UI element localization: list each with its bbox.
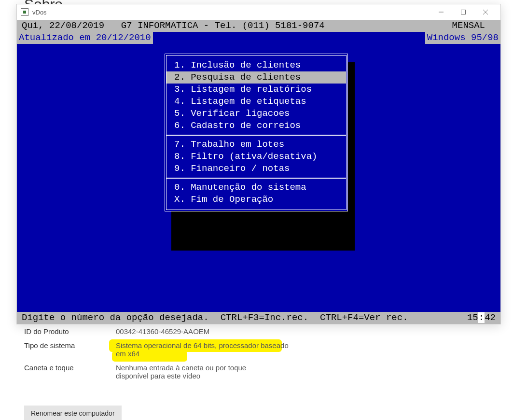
maximize-button[interactable] <box>452 5 474 19</box>
vdos-window: vDos Qui, 22/08/2019 G7 INFORMATICA - Te… <box>16 4 501 324</box>
sysinfo-row-system-type: Tipo de sistema Sistema operacional de 6… <box>24 341 362 358</box>
window-controls <box>430 5 497 19</box>
dos-updated: Atualizado em 20/12/2010 <box>17 32 153 44</box>
sysinfo-row-pen-touch: Caneta e toque Nenhuma entrada à caneta … <box>24 364 362 380</box>
dos-company: G7 INFORMATICA - Tel. (011) 5181-9074 <box>121 20 442 32</box>
sysinfo-value: Nenhuma entrada à caneta ou por toque di… <box>116 364 280 380</box>
sysinfo-value: 00342-41360-46529-AAOEM <box>116 327 362 336</box>
menu-item-6[interactable]: 6. Cadastro de correios <box>166 120 346 132</box>
menu-item-3[interactable]: 3. Listagem de relatórios <box>166 84 346 96</box>
sysinfo-value-highlighted: Sistema operacional de 64 bits, processa… <box>116 341 290 358</box>
time-colon: : <box>478 312 485 323</box>
system-info: ID do Produto 00342-41360-46529-AAOEM Ti… <box>24 327 362 386</box>
titlebar[interactable]: vDos <box>17 4 500 20</box>
dos-prompt: Digite o número da opção desejada. <box>22 312 209 324</box>
window-title: vDos <box>32 9 430 16</box>
sysinfo-label: Tipo de sistema <box>24 341 116 350</box>
dos-help-f4: CTRL+F4=Ver rec. <box>308 312 408 324</box>
dos-time-m: 42 <box>485 312 496 323</box>
rename-computer-button[interactable]: Renomear este computador <box>24 406 122 420</box>
sysinfo-label: Caneta e toque <box>24 364 116 372</box>
menu-item-X[interactable]: X. Fim de Operação <box>166 194 346 206</box>
dos-topbar-sep <box>104 20 121 32</box>
menu-item-2[interactable]: 2. Pesquisa de clientes <box>166 71 346 84</box>
menu-item-0[interactable]: 0. Manutenção do sistema <box>166 182 346 194</box>
dos-mode: MENSAL <box>442 20 496 32</box>
sysinfo-label: ID do Produto <box>24 327 116 336</box>
sysinfo-row-product-id: ID do Produto 00342-41360-46529-AAOEM <box>24 327 362 336</box>
dos-help-f3: CTRL+F3=Inc.rec. <box>209 312 308 324</box>
dos-topbar: Qui, 22/08/2019 G7 INFORMATICA - Tel. (0… <box>17 20 500 32</box>
menu-item-5[interactable]: 5. Verificar ligacoes <box>166 108 346 120</box>
dos-secondrow: Atualizado em 20/12/2010 Windows 95/98 <box>17 32 500 44</box>
dos-time-h: 15 <box>467 312 478 323</box>
close-button[interactable] <box>474 5 497 19</box>
menu-item-8[interactable]: 8. Filtro (ativa/desativa) <box>166 151 346 163</box>
svg-rect-1 <box>461 10 466 14</box>
minimize-button[interactable] <box>430 5 452 19</box>
dos-date: Qui, 22/08/2019 <box>22 20 104 32</box>
dos-main: 1. Inclusão de clientes2. Pesquisa de cl… <box>17 44 500 312</box>
menu-box: 1. Inclusão de clientes2. Pesquisa de cl… <box>165 54 348 211</box>
dos-os: Windows 95/98 <box>425 32 500 44</box>
menu-divider <box>166 135 346 136</box>
menu-item-9[interactable]: 9. Financeiro / notas <box>166 163 346 175</box>
dos-bottombar: Digite o número da opção desejada. CTRL+… <box>17 312 500 324</box>
menu-item-4[interactable]: 4. Listagem de etiquetas <box>166 96 346 108</box>
app-icon <box>21 8 28 16</box>
highlight-tail <box>179 356 187 363</box>
menu-divider <box>166 178 346 179</box>
menu-item-1[interactable]: 1. Inclusão de clientes <box>166 59 346 71</box>
sysinfo-value-text: Sistema operacional de 64 bits, processa… <box>116 341 289 358</box>
dos-screen[interactable]: Qui, 22/08/2019 G7 INFORMATICA - Tel. (0… <box>17 20 500 324</box>
sysinfo-value-text: Nenhuma entrada à caneta ou por toque di… <box>116 364 246 380</box>
menu-item-7[interactable]: 7. Trabalho em lotes <box>166 139 346 151</box>
